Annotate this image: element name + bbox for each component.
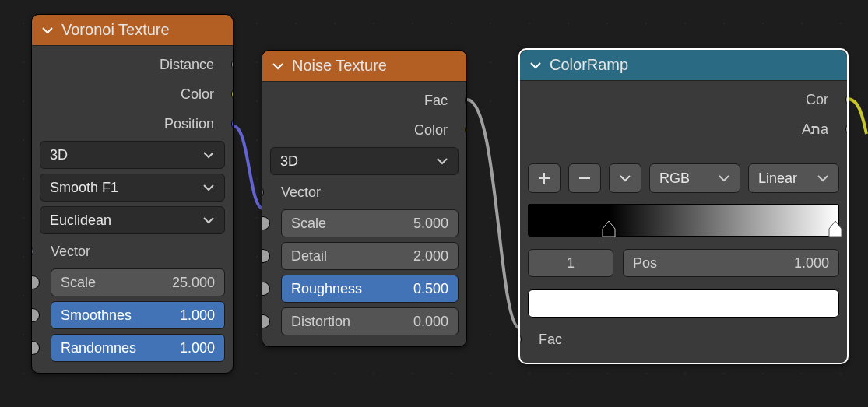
field-value: 0.500 <box>413 281 448 297</box>
output-label-distance: Distance <box>160 57 214 73</box>
dropdown-color-mode[interactable]: RGB <box>649 163 740 193</box>
socket-in-scale[interactable] <box>262 216 270 230</box>
output-label-alpha: Aתa <box>802 121 828 138</box>
color-swatch[interactable] <box>528 289 839 318</box>
dropdown-value: 3D <box>280 153 298 170</box>
socket-in-detail[interactable] <box>262 249 270 263</box>
chevron-down-icon <box>202 214 215 226</box>
socket-out-alpha[interactable] <box>845 122 849 136</box>
node-header[interactable]: Noise Texture <box>262 51 466 82</box>
dropdown-feature[interactable]: Smooth F1 <box>40 174 225 202</box>
field-scale[interactable]: Scale 25.000 <box>51 268 225 296</box>
gradient-stop-0[interactable] <box>602 219 616 238</box>
ramp-add-button[interactable] <box>528 163 561 193</box>
dropdown-dimensions[interactable]: 3D <box>40 141 225 169</box>
chevron-down-icon <box>272 60 284 72</box>
field-distortion[interactable]: Distortion 0.000 <box>281 307 459 335</box>
socket-out-fac[interactable] <box>465 93 467 107</box>
ramp-remove-button[interactable] <box>568 163 601 193</box>
node-title: Noise Texture <box>292 57 387 75</box>
chevron-down-icon <box>817 172 829 184</box>
field-label: Scale <box>291 216 326 232</box>
node-header[interactable]: Voronoi Texture <box>32 15 233 46</box>
chevron-down-icon <box>436 155 448 167</box>
gradient-stop-1[interactable] <box>828 219 842 238</box>
dropdown-value: Smooth F1 <box>50 180 118 196</box>
socket-in-roughness[interactable] <box>262 282 270 296</box>
dropdown-dimensions[interactable]: 3D <box>270 147 459 175</box>
field-label: Scale <box>61 275 96 291</box>
field-value: 0.000 <box>413 314 448 330</box>
output-label-fac: Fac <box>424 93 448 109</box>
socket-in-smoothness[interactable] <box>31 308 40 322</box>
field-roughness[interactable]: Roughness 0.500 <box>281 275 459 303</box>
field-stop-position[interactable]: Pos 1.000 <box>623 249 839 277</box>
field-randomness[interactable]: Randomnes 1.000 <box>51 334 225 362</box>
output-label-color: Cor <box>806 92 828 108</box>
chevron-down-icon <box>202 181 215 194</box>
output-label-color: Color <box>181 86 214 103</box>
chevron-down-icon <box>202 149 215 161</box>
socket-in-distortion[interactable] <box>262 314 270 328</box>
socket-out-color[interactable] <box>231 87 234 101</box>
field-value: 5.000 <box>413 216 448 232</box>
socket-out-color[interactable] <box>845 93 849 107</box>
field-scale[interactable]: Scale 5.000 <box>281 209 459 237</box>
dropdown-interpolation[interactable]: Linear <box>748 163 839 193</box>
input-label-vector: Vector <box>51 244 90 260</box>
field-smoothness[interactable]: Smoothnes 1.000 <box>51 301 225 329</box>
node-noise-texture[interactable]: Noise Texture Fac Color 3D Vector Scale … <box>262 50 467 347</box>
field-value: 1 <box>567 255 575 272</box>
node-title: Voronoi Texture <box>61 21 170 39</box>
field-label: Distortion <box>291 314 350 330</box>
socket-in-scale[interactable] <box>31 275 40 289</box>
gradient-strip[interactable] <box>528 204 839 237</box>
output-label-color: Color <box>414 122 448 139</box>
field-label: Detail <box>291 248 327 265</box>
dropdown-value: Linear <box>758 170 797 187</box>
field-label: Randomnes <box>61 340 136 356</box>
field-value: 1.000 <box>180 307 215 324</box>
socket-out-position[interactable] <box>231 117 234 131</box>
field-value: 1.000 <box>794 255 829 272</box>
input-label-fac: Fac <box>539 332 562 348</box>
socket-in-fac[interactable] <box>518 332 522 346</box>
field-label: Pos <box>633 255 657 272</box>
node-colorramp[interactable]: ColorRamp Cor Aתa RGB Linear <box>518 48 849 364</box>
field-detail[interactable]: Detail 2.000 <box>281 242 459 270</box>
socket-in-vector[interactable] <box>262 185 264 199</box>
node-title: ColorRamp <box>550 56 628 74</box>
field-value: 1.000 <box>180 340 215 356</box>
field-stop-index[interactable]: 1 <box>528 249 613 277</box>
output-label-position: Position <box>164 116 214 132</box>
chevron-down-icon <box>718 172 730 184</box>
input-label-vector: Vector <box>281 184 321 201</box>
chevron-down-icon <box>41 24 54 37</box>
field-label: Smoothnes <box>61 307 132 324</box>
dropdown-metric[interactable]: Euclidean <box>40 206 225 234</box>
dropdown-value: Euclidean <box>50 212 111 229</box>
ramp-menu-button[interactable] <box>609 163 641 193</box>
field-value: 2.000 <box>413 248 448 265</box>
socket-out-color[interactable] <box>465 123 467 137</box>
dropdown-value: RGB <box>659 170 690 187</box>
chevron-down-icon <box>529 59 542 72</box>
field-label: Roughness <box>291 281 362 297</box>
node-voronoi-texture[interactable]: Voronoi Texture Distance Color Position … <box>31 14 234 374</box>
field-value: 25.000 <box>172 275 215 291</box>
socket-out-distance[interactable] <box>231 58 234 72</box>
dropdown-value: 3D <box>50 147 68 163</box>
socket-in-vector[interactable] <box>31 244 33 258</box>
socket-in-randomness[interactable] <box>31 341 40 355</box>
node-header[interactable]: ColorRamp <box>520 50 847 81</box>
